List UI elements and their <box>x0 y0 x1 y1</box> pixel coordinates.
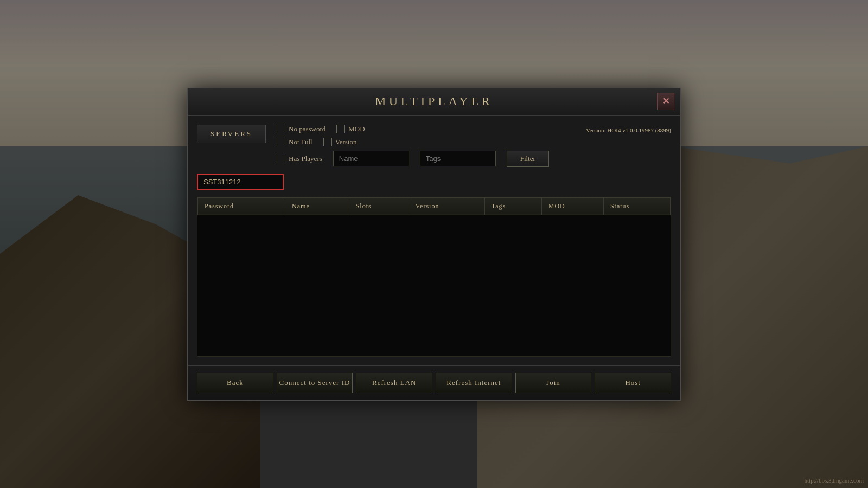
version-filter[interactable]: Version <box>323 138 357 146</box>
search-row <box>197 174 671 190</box>
not-full-checkbox[interactable] <box>277 138 285 146</box>
refresh-lan-button[interactable]: Refresh LAN <box>356 373 432 393</box>
checkbox-group-1: No password MOD <box>277 125 365 133</box>
server-table-container: Password Name Slots Version Tags MOD Sta… <box>197 197 671 357</box>
version-info: Version: HOI4 v1.0.0.19987 (8899) <box>586 127 671 133</box>
col-version: Version <box>409 197 484 215</box>
server-table: Password Name Slots Version Tags MOD Sta… <box>197 197 671 215</box>
col-mod: MOD <box>541 197 603 215</box>
dialog-overlay: Multiplayer ✕ Servers No password <box>0 0 868 488</box>
mod-filter[interactable]: MOD <box>336 125 365 133</box>
version-checkbox[interactable] <box>323 138 332 146</box>
search-input-wrapper <box>197 174 284 190</box>
col-status: Status <box>603 197 670 215</box>
has-players-filter[interactable]: Has Players <box>277 155 322 163</box>
filters-area: No password MOD Version: HOI4 v1.0.0.199… <box>277 125 671 167</box>
no-password-checkbox[interactable] <box>277 125 285 133</box>
connect-to-server-id-button[interactable]: Connect to Server ID <box>277 373 353 393</box>
filter-row-2: Not Full Version <box>277 138 671 146</box>
col-slots: Slots <box>349 197 409 215</box>
filter-button[interactable]: Filter <box>507 151 549 167</box>
watermark: http://bbs.3dmgame.com <box>805 477 864 484</box>
dialog-titlebar: Multiplayer ✕ <box>188 88 680 116</box>
multiplayer-dialog: Multiplayer ✕ Servers No password <box>187 88 681 401</box>
servers-tab[interactable]: Servers <box>197 125 266 143</box>
not-full-filter[interactable]: Not Full <box>277 138 312 146</box>
server-search-input[interactable] <box>197 174 284 190</box>
close-button[interactable]: ✕ <box>657 93 674 110</box>
back-button[interactable]: Back <box>197 373 273 393</box>
header-row: Servers No password MOD <box>197 125 671 167</box>
dialog-body: Servers No password MOD <box>188 116 680 365</box>
col-tags: Tags <box>484 197 541 215</box>
host-button[interactable]: Host <box>595 373 671 393</box>
col-password: Password <box>198 197 285 215</box>
table-header-row: Password Name Slots Version Tags MOD Sta… <box>198 197 671 215</box>
join-button[interactable]: Join <box>515 373 592 393</box>
tags-input[interactable] <box>420 151 496 166</box>
no-password-filter[interactable]: No password <box>277 125 326 133</box>
dialog-title: Multiplayer <box>375 94 493 108</box>
filter-row-3: Has Players Filter <box>277 151 671 167</box>
refresh-internet-button[interactable]: Refresh Internet <box>436 373 512 393</box>
table-header: Password Name Slots Version Tags MOD Sta… <box>198 197 671 215</box>
checkbox-group-3: Has Players <box>277 155 322 163</box>
col-name: Name <box>285 197 349 215</box>
name-input[interactable] <box>333 151 409 166</box>
table-empty-area <box>197 215 671 356</box>
has-players-checkbox[interactable] <box>277 155 285 163</box>
bottom-bar: Back Connect to Server ID Refresh LAN Re… <box>188 365 680 400</box>
mod-checkbox[interactable] <box>336 125 345 133</box>
checkbox-group-2: Not Full Version <box>277 138 356 146</box>
filter-row-1: No password MOD Version: HOI4 v1.0.0.199… <box>277 125 671 133</box>
